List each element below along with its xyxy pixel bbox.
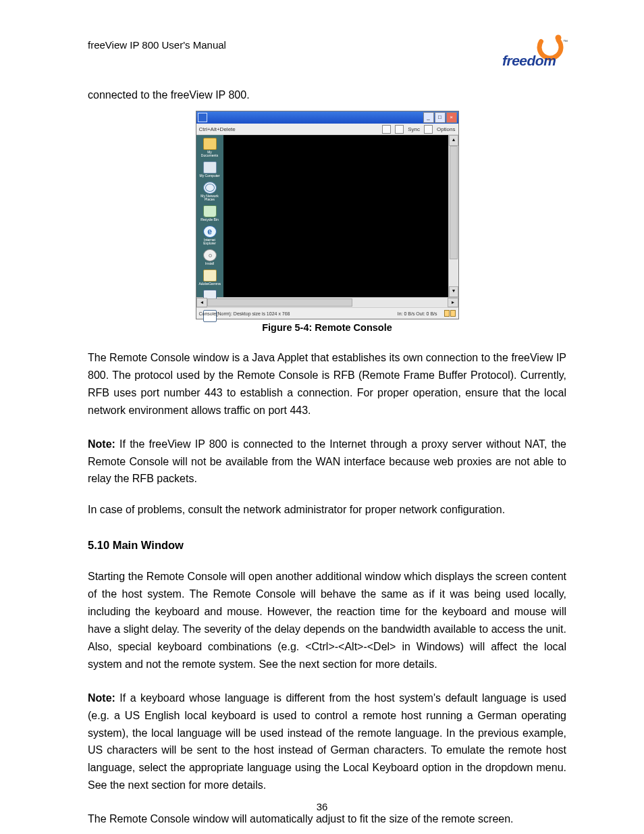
recycle-bin-icon — [203, 205, 217, 217]
note-paragraph: Note: If the freeView IP 800 is connecte… — [88, 436, 566, 488]
desktop-icon-network[interactable]: My Network Places — [199, 182, 221, 201]
note-body: If a keyboard whose language is differen… — [88, 692, 566, 791]
tools-icon — [203, 269, 217, 282]
console-statusbar: Console(Norm): Desktop size is 1024 x 76… — [196, 307, 458, 319]
page-header: freeView IP 800 User's Manual ™ freedom — [88, 36, 566, 77]
figure-caption: Figure 5-4: Remote Console — [88, 322, 566, 333]
scroll-track[interactable] — [207, 298, 448, 307]
paragraph: Starting the Remote Console will open an… — [88, 568, 566, 673]
desktop-icon-my-computer[interactable]: My Computer — [199, 161, 221, 178]
console-body: My Documents My Computer My Network Plac… — [196, 135, 458, 297]
desktop-icon-my-documents[interactable]: My Documents — [199, 138, 221, 157]
scroll-right-button[interactable]: ▸ — [448, 298, 458, 307]
brand-logo: ™ freedom — [502, 36, 566, 77]
folder-icon — [203, 138, 217, 150]
scroll-down-button[interactable]: ▾ — [449, 286, 458, 297]
paragraph: In case of problems, consult the network… — [88, 501, 566, 519]
desktop-icon-ie[interactable]: Internet Explorer — [199, 226, 221, 245]
computer-icon — [203, 161, 217, 174]
desktop-icon-recycle-bin[interactable]: Recycle Bin — [199, 205, 221, 221]
trademark-symbol: ™ — [563, 39, 568, 44]
note-label: Note: — [88, 692, 115, 704]
logo-wordmark: freedom — [502, 53, 556, 69]
remote-console-window: _ □ × Ctrl+Alt+Delete Sync Options — [196, 111, 459, 319]
horizontal-scrollbar[interactable]: ◂ ▸ — [196, 297, 458, 307]
desktop-icon-install[interactable]: Install — [199, 249, 221, 265]
window-buttons: _ □ × — [423, 112, 457, 123]
page-number: 36 — [0, 801, 644, 812]
paragraph: The Remote Console window will automatic… — [88, 810, 566, 828]
scroll-thumb[interactable] — [450, 146, 458, 259]
app-icon — [198, 113, 207, 122]
note-paragraph: Note: If a keyboard whose language is di… — [88, 689, 566, 794]
document-page: freeView IP 800 User's Manual ™ freedom … — [0, 0, 644, 834]
console-toolbar: Ctrl+Alt+Delete Sync Options — [196, 124, 458, 135]
toolbar-icon-3[interactable] — [424, 125, 433, 134]
scroll-left-button[interactable]: ◂ — [196, 298, 207, 307]
network-icon — [203, 182, 217, 194]
note-body: If the freeView IP 800 is connected to t… — [88, 438, 566, 485]
remote-framebuffer[interactable] — [223, 135, 448, 297]
close-button[interactable]: × — [446, 112, 457, 123]
intro-text: connected to the freeView IP 800. — [88, 89, 566, 101]
browser-icon — [203, 226, 217, 238]
status-left-text: Console(Norm): Desktop size is 1024 x 76… — [199, 311, 290, 316]
figure-container: _ □ × Ctrl+Alt+Delete Sync Options — [88, 111, 566, 333]
scroll-up-button[interactable]: ▴ — [449, 135, 458, 146]
toolbar-icon-1[interactable] — [382, 125, 391, 134]
remote-desktop-sidebar: My Documents My Computer My Network Plac… — [196, 135, 223, 297]
led-icon — [450, 310, 456, 317]
svg-point-1 — [556, 35, 562, 41]
scroll-track[interactable] — [449, 146, 458, 286]
desktop-icon-adobe[interactable]: AdobeGamma — [199, 269, 221, 286]
vertical-scrollbar[interactable]: ▴ ▾ — [448, 135, 458, 297]
status-leds — [444, 310, 456, 317]
section-heading: 5.10 Main Window — [88, 539, 566, 552]
minimize-button[interactable]: _ — [423, 112, 434, 123]
disc-icon — [203, 249, 217, 261]
maximize-button[interactable]: □ — [435, 112, 446, 123]
toolbar-icon-2[interactable] — [395, 125, 404, 134]
note-label: Note: — [88, 438, 115, 450]
ctrl-alt-del-button[interactable]: Ctrl+Alt+Delete — [199, 126, 236, 132]
paragraph: The Remote Console window is a Java Appl… — [88, 349, 566, 419]
led-icon — [444, 310, 450, 317]
toolbar-sync-button[interactable]: Sync — [408, 126, 420, 132]
status-right-text: In: 0 B/s Out: 0 B/s — [398, 311, 437, 316]
window-titlebar: _ □ × — [196, 111, 458, 124]
document-title: freeView IP 800 User's Manual — [88, 36, 226, 51]
toolbar-options-button[interactable]: Options — [437, 126, 456, 132]
scroll-thumb[interactable] — [207, 298, 353, 307]
